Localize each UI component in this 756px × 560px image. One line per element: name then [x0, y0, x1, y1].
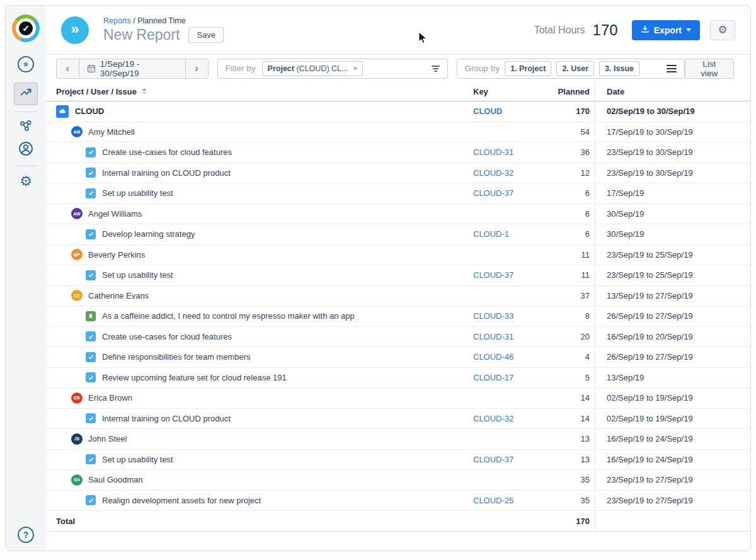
issue-key-link[interactable]: CLOUD-17	[473, 373, 513, 382]
row-date-value: 30/Sep/19	[595, 224, 750, 244]
table-row-user[interactable]: BPBeverly Perkins1123/Sep/19 to 25/Sep/1…	[46, 245, 750, 266]
gear-icon: ⚙	[20, 174, 32, 188]
sort-icon[interactable]	[142, 88, 147, 94]
issue-key-link[interactable]: CLOUD	[473, 106, 502, 116]
funnel-icon[interactable]	[432, 66, 440, 72]
report-settings-button[interactable]: ⚙	[710, 20, 735, 40]
table-row-user[interactable]: JSJohn Steel1316/Sep/19 to 24/Sep/19	[46, 429, 750, 450]
task-type-icon	[86, 372, 96, 382]
table-row-issue: Set up usability testCLOUD-371316/Sep/19…	[46, 450, 750, 471]
remove-filter-icon[interactable]: ×	[353, 64, 357, 73]
row-date-value: 16/Sep/19 to 24/Sep/19	[595, 429, 750, 449]
user-avatar: CE	[71, 290, 83, 301]
table-row-issue: Review upcoming feature set for cloud re…	[46, 368, 750, 389]
issue-key-link[interactable]: CLOUD-32	[473, 168, 513, 178]
sidebar-item-reports-active[interactable]	[14, 83, 38, 105]
sidebar-divider	[14, 166, 37, 166]
user-avatar: JS	[71, 433, 83, 445]
date-range-picker: ‹ 1/Sep/19 - 30/Sep/19 ›	[56, 59, 209, 79]
table-row-issue: Internal training on CLOUD productCLOUD-…	[46, 409, 750, 430]
issue-key-link[interactable]: CLOUD-46	[473, 352, 513, 362]
table-row-user[interactable]: EBErica Brown1402/Sep/19 to 19/Sep/19	[46, 388, 750, 409]
row-planned-value: 8	[536, 311, 590, 321]
column-header-key[interactable]: Key	[473, 87, 536, 96]
hamburger-icon[interactable]	[667, 65, 677, 72]
row-label: Define responsibilities for team members	[102, 352, 251, 362]
export-button[interactable]: Export	[632, 20, 700, 40]
filter-chip-field: Project	[268, 64, 294, 73]
breadcrumb-reports-link[interactable]: Reports	[103, 16, 131, 25]
row-planned-value: 14	[536, 414, 590, 423]
total-hours-label: Total Hours	[534, 25, 585, 36]
list-view-button[interactable]: List view	[685, 59, 734, 79]
group-chip-issue[interactable]: 3. Issue	[599, 61, 639, 76]
task-type-icon	[86, 454, 96, 464]
row-date-value: 23/Sep/19 to 30/Sep/19	[595, 163, 750, 183]
filter-chip-project[interactable]: Project (CLOUD) CL... ×	[262, 61, 364, 76]
issue-key-link[interactable]: CLOUD-31	[473, 147, 513, 157]
row-label: Beverly Perkins	[88, 250, 145, 260]
row-planned-value: 12	[536, 168, 590, 178]
row-tree-cell: SGSaul Goodman	[46, 474, 473, 486]
chevrons-circle-icon: »	[18, 56, 34, 72]
row-key-cell: CLOUD-31	[473, 147, 536, 157]
next-period-button[interactable]: ›	[186, 59, 208, 78]
table-row-user[interactable]: SGSaul Goodman3523/Sep/19 to 27/Sep/19	[46, 470, 750, 491]
task-type-icon	[86, 352, 96, 362]
task-type-icon	[86, 229, 96, 239]
issue-key-link[interactable]: CLOUD-32	[473, 414, 513, 423]
sidebar-item-users[interactable]	[16, 140, 35, 159]
issue-key-link[interactable]: CLOUD-1	[473, 229, 509, 239]
issue-key-link[interactable]: CLOUD-37	[473, 188, 513, 198]
row-date-value: 23/Sep/19 to 27/Sep/19	[595, 470, 750, 490]
column-header-tree[interactable]: Project / User / Issue	[46, 87, 473, 96]
task-type-icon	[86, 413, 96, 423]
row-planned-value: 36	[536, 147, 590, 157]
row-date-value: 17/Sep/19 to 30/Sep/19	[595, 122, 750, 142]
column-header-date[interactable]: Date	[595, 82, 750, 101]
activitytimeline-logo[interactable]: ✓	[12, 14, 40, 42]
table-row-issue: Create use-cases for cloud featuresCLOUD…	[46, 142, 750, 163]
help-button[interactable]: ?	[18, 527, 34, 543]
breadcrumb-current: Planned Time	[137, 16, 185, 25]
group-by-bar: Group by 1. Project 2. User 3. Issue	[457, 59, 685, 79]
row-key-cell: CLOUD-33	[473, 311, 536, 321]
task-type-icon	[86, 495, 96, 505]
date-range-display[interactable]: 1/Sep/19 - 30/Sep/19	[79, 59, 186, 78]
sidebar-item-settings[interactable]: ⚙	[16, 172, 35, 191]
issue-key-link[interactable]: CLOUD-25	[473, 496, 513, 505]
prev-period-button[interactable]: ‹	[57, 59, 79, 78]
issue-key-link[interactable]: CLOUD-37	[473, 455, 513, 464]
group-chip-user[interactable]: 2. User	[556, 61, 594, 76]
row-planned-value: 13	[536, 455, 590, 464]
sidebar-item-teams[interactable]	[16, 118, 35, 137]
page-title: New Report	[103, 26, 180, 43]
table-row-user[interactable]: AMAmy Mitchell5417/Sep/19 to 30/Sep/19	[46, 122, 750, 143]
row-label: Realign development assets for new proje…	[102, 496, 261, 505]
row-planned-value: 5	[536, 373, 590, 382]
user-circle-icon	[18, 140, 34, 159]
table-row-user[interactable]: AWAngel Williams630/Sep/19	[46, 204, 750, 225]
issue-key-link[interactable]: CLOUD-31	[473, 332, 513, 341]
row-date-value: 02/Sep/19 to 19/Sep/19	[595, 388, 750, 408]
column-header-planned[interactable]: Planned	[536, 87, 590, 96]
table-row-user[interactable]: CECatherine Evans3713/Sep/19 to 27/Sep/1…	[46, 286, 750, 307]
table-row-issue: As a caffeine addict, I need to control …	[46, 306, 750, 327]
sidebar-item-timeline[interactable]: »	[16, 55, 35, 74]
table-row-project[interactable]: CLOUDCLOUD17002/Sep/19 to 30/Sep/19	[46, 101, 750, 122]
table-header: Project / User / Issue Key Planned Date	[46, 82, 750, 101]
check-icon: ✓	[19, 21, 33, 35]
group-chip-project[interactable]: 1. Project	[505, 61, 551, 76]
issue-key-link[interactable]: CLOUD-37	[473, 270, 513, 280]
filter-bar: Filter by Project (CLOUD) CL... ×	[217, 59, 448, 79]
issue-key-link[interactable]: CLOUD-33	[473, 311, 513, 321]
row-label: Develop learning strategy	[102, 229, 195, 239]
save-button[interactable]: Save	[188, 27, 224, 43]
calendar-icon	[87, 64, 96, 73]
row-tree-cell: EBErica Brown	[46, 392, 473, 404]
table-body: CLOUDCLOUD17002/Sep/19 to 30/Sep/19AMAmy…	[46, 101, 750, 511]
row-key-cell: CLOUD-37	[473, 188, 536, 198]
breadcrumb-separator: /	[131, 16, 137, 25]
row-label: Set up usability test	[102, 270, 173, 280]
column-header-tree-label: Project / User / Issue	[56, 87, 137, 96]
